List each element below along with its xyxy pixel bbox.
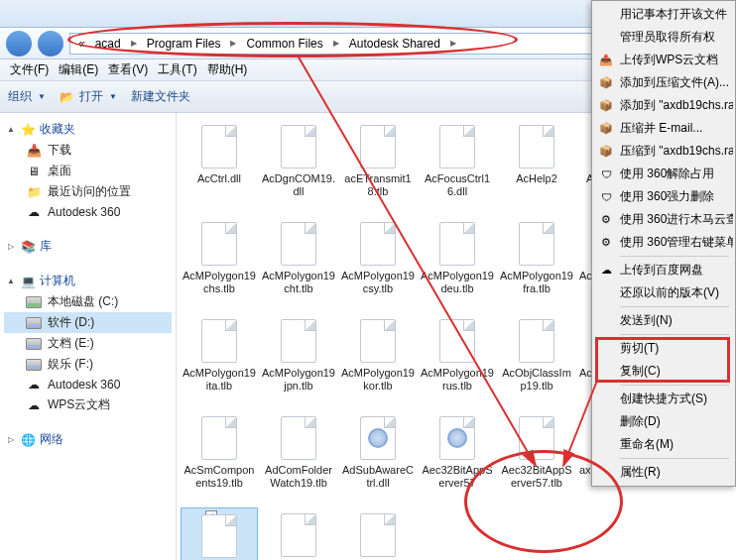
menu-item-icon: 📦	[598, 98, 614, 114]
file-name: AcCtrl.dll	[197, 172, 241, 185]
expand-icon: ▷	[6, 242, 16, 251]
file-item[interactable]: acETransmit18.tlb	[339, 119, 417, 214]
context-menu-item[interactable]: 发送到(N)	[594, 309, 733, 332]
context-menu-item[interactable]: 📦压缩到 "axdb19chs.ra	[594, 140, 733, 163]
file-item[interactable]: AcFocusCtrl16.dll	[419, 119, 496, 214]
sidebar-recent[interactable]: 📁最近访问的位置	[4, 181, 172, 202]
menu-item-label: 添加到压缩文件(A)...	[620, 74, 729, 91]
file-thumb	[354, 414, 402, 462]
organize-button[interactable]: 组织▼	[8, 88, 46, 105]
library-icon: 📚	[20, 239, 36, 255]
menu-item-label: 用记事本打开该文件	[620, 6, 727, 23]
file-item[interactable]: AcSmComponents19.tlb	[181, 410, 258, 505]
context-menu-item[interactable]: 属性(R)	[594, 461, 733, 484]
file-thumb	[275, 220, 322, 268]
context-menu-item[interactable]: 用记事本打开该文件	[594, 3, 733, 26]
disk-icon	[26, 296, 42, 308]
file-item[interactable]: AcMPolygon19csy.tlb	[339, 216, 417, 311]
file-name: AcMPolygon19cht.tlb	[262, 270, 335, 295]
file-item[interactable]: axdb19cht.tlb	[260, 507, 337, 560]
open-button[interactable]: 📂打开▼	[60, 88, 117, 105]
nav-back-button[interactable]	[6, 31, 32, 56]
breadcrumb-item[interactable]: Common Files	[242, 35, 326, 53]
file-item[interactable]: AcMPolygon19kor.tlb	[339, 313, 417, 408]
menu-file[interactable]: 文件(F)	[6, 59, 53, 80]
sidebar: ▲⭐收藏夹 📥下载 🖥桌面 📁最近访问的位置 ☁Autodesk 360 ▷📚库…	[0, 113, 177, 560]
file-name: Aec32BitAppServer57	[421, 464, 494, 490]
menu-tools[interactable]: 工具(T)	[154, 59, 200, 80]
menu-item-label: 使用 360强力删除	[620, 188, 714, 205]
file-item[interactable]: axdb19	[339, 507, 417, 560]
menu-item-label: 上传到WPS云文档	[620, 52, 718, 68]
nav-forward-button[interactable]	[38, 31, 63, 56]
separator	[620, 334, 729, 335]
context-menu-item[interactable]: 创建快捷方式(S)	[594, 388, 733, 410]
file-item[interactable]: Aec32BitAppServer57.tlb	[498, 410, 575, 505]
menu-view[interactable]: 查看(V)	[104, 59, 152, 80]
file-item[interactable]: AcMPolygon19jpn.tlb	[260, 313, 337, 408]
sidebar-autodesk360[interactable]: ☁Autodesk 360	[4, 202, 172, 222]
file-item[interactable]: AcMPolygon19chs.tlb	[181, 216, 258, 311]
context-menu-item[interactable]: 管理员取得所有权	[594, 26, 733, 49]
file-item[interactable]: AcHelp2	[498, 119, 575, 214]
file-item[interactable]: AcMPolygon19fra.tlb	[498, 216, 575, 311]
separator	[620, 256, 729, 257]
breadcrumb-item[interactable]: Program Files	[143, 35, 225, 53]
file-item[interactable]: AcMPolygon19deu.tlb	[419, 216, 496, 311]
newfolder-button[interactable]: 新建文件夹	[131, 88, 190, 105]
sidebar-favorites-header[interactable]: ▲⭐收藏夹	[4, 119, 172, 140]
menu-edit[interactable]: 编辑(E)	[55, 59, 102, 80]
menu-item-label: 创建快捷方式(S)	[620, 391, 707, 407]
file-item[interactable]: AdComFolderWatch19.tlb	[260, 410, 337, 505]
context-menu-item[interactable]: 🛡使用 360强力删除	[594, 185, 733, 208]
sidebar-computer-header[interactable]: ▲💻计算机	[4, 271, 172, 291]
sidebar-libraries-header[interactable]: ▷📚库	[4, 236, 172, 257]
sidebar-downloads[interactable]: 📥下载	[4, 140, 172, 161]
file-item[interactable]: AcObjClassImp19.tlb	[498, 313, 575, 408]
menu-help[interactable]: 帮助(H)	[203, 59, 252, 80]
sidebar-autodesk360-drive[interactable]: ☁Autodesk 360	[4, 375, 172, 394]
file-thumb	[195, 317, 243, 365]
context-menu-item[interactable]: 删除(D)	[594, 410, 733, 433]
file-item[interactable]: AcDgnCOM19.dll	[260, 119, 337, 214]
file-thumb	[275, 317, 322, 365]
menu-item-icon	[598, 437, 614, 453]
file-item[interactable]: ✓axdb19chs.tlb	[181, 507, 258, 560]
sidebar-disk-d[interactable]: 软件 (D:)	[4, 312, 172, 333]
context-menu-item[interactable]: ⚙使用 360管理右键菜单	[594, 231, 733, 254]
file-item[interactable]: AcCtrl.dll	[181, 119, 258, 214]
context-menu-item[interactable]: 📦添加到压缩文件(A)...	[594, 71, 733, 94]
menu-item-icon: ⚙	[598, 235, 614, 251]
gear-icon	[368, 428, 388, 448]
file-item[interactable]: AcMPolygon19cht.tlb	[260, 216, 337, 311]
file-item[interactable]: Aec32BitAppServer57	[419, 410, 496, 505]
context-menu-item[interactable]: 重命名(M)	[594, 433, 733, 456]
context-menu-item[interactable]: 📦添加到 "axdb19chs.ra	[594, 94, 733, 117]
context-menu-item[interactable]: 🛡使用 360解除占用	[594, 163, 733, 185]
file-thumb	[195, 220, 243, 268]
context-menu-item[interactable]: 📤上传到WPS云文档	[594, 49, 733, 71]
context-menu-item[interactable]: 复制(C)	[594, 360, 733, 383]
context-menu-item[interactable]: ⚙使用 360进行木马云查	[594, 208, 733, 231]
breadcrumb-item[interactable]: Autodesk Shared	[345, 35, 444, 53]
context-menu-item[interactable]: 剪切(T)	[594, 337, 733, 360]
context-menu-item[interactable]: 还原以前的版本(V)	[594, 281, 733, 304]
menu-item-icon	[598, 30, 614, 46]
context-menu-item[interactable]: 📦压缩并 E-mail...	[594, 117, 733, 140]
sidebar-wps-cloud[interactable]: ☁WPS云文档	[4, 394, 172, 415]
file-item[interactable]: AcMPolygon19ita.tlb	[181, 313, 258, 408]
sidebar-disk-f[interactable]: 娱乐 (F:)	[4, 354, 172, 375]
file-thumb	[354, 511, 402, 559]
sidebar-disk-e[interactable]: 文档 (E:)	[4, 333, 172, 354]
context-menu-item[interactable]: ☁上传到百度网盘	[594, 259, 733, 281]
sidebar-disk-c[interactable]: 本地磁盘 (C:)	[4, 291, 172, 312]
file-item[interactable]: AdSubAwareCtrl.dll	[339, 410, 417, 505]
menu-item-icon: 📦	[598, 121, 614, 137]
file-item[interactable]: AcMPolygon19rus.tlb	[419, 313, 496, 408]
breadcrumb-item[interactable]: acad	[91, 35, 125, 53]
file-thumb	[513, 220, 560, 268]
file-name: AcMPolygon19csy.tlb	[341, 270, 415, 295]
file-name: AcMPolygon19ita.tlb	[183, 367, 256, 392]
sidebar-network-header[interactable]: ▷🌐网络	[4, 429, 172, 450]
sidebar-desktop[interactable]: 🖥桌面	[4, 161, 172, 181]
